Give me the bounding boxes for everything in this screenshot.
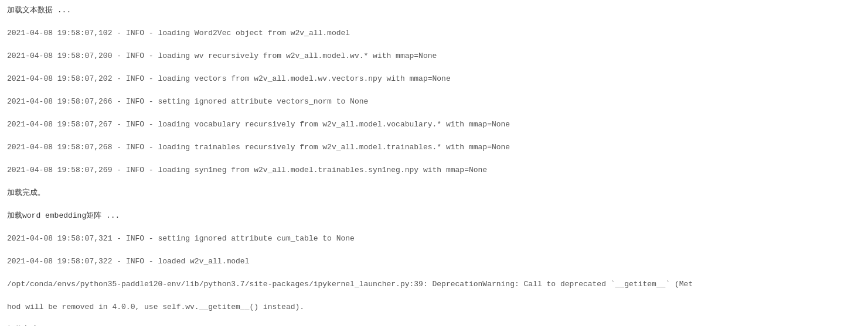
console-line: 加载word embedding矩阵 ... <box>7 210 861 222</box>
console-line: /opt/conda/envs/python35-paddle120-env/l… <box>7 279 861 290</box>
console-line: 2021-04-08 19:58:07,267 - INFO - loading… <box>7 119 861 131</box>
console-line: 2021-04-08 19:58:07,322 - INFO - loaded … <box>7 256 861 267</box>
console-line: 2021-04-08 19:58:07,269 - INFO - loading… <box>7 164 861 176</box>
console-line: 加载完成。 <box>7 187 861 199</box>
console-line: 2021-04-08 19:58:07,202 - INFO - loading… <box>7 73 861 85</box>
console-line: 2021-04-08 19:58:07,102 - INFO - loading… <box>7 28 861 39</box>
console-output: 加载文本数据 ... 2021-04-08 19:58:07,102 - INF… <box>7 5 861 326</box>
console-line: 2021-04-08 19:58:07,268 - INFO - loading… <box>7 142 861 153</box>
console-line: 2021-04-08 19:58:07,321 - INFO - setting… <box>7 233 861 245</box>
console-line: 2021-04-08 19:58:07,266 - INFO - setting… <box>7 96 861 108</box>
console-line: hod will be removed in 4.0.0, use self.w… <box>7 301 861 313</box>
console-line: 加载文本数据 ... <box>7 5 861 16</box>
console-line: 2021-04-08 19:58:07,200 - INFO - loading… <box>7 50 861 62</box>
